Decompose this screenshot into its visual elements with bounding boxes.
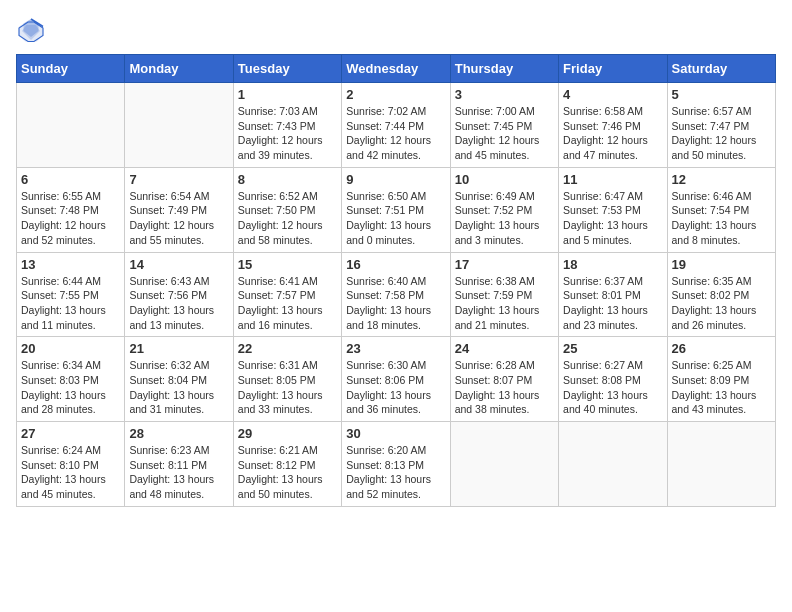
day-info: Sunrise: 6:55 AM Sunset: 7:48 PM Dayligh… [21,189,120,248]
calendar-cell: 21Sunrise: 6:32 AM Sunset: 8:04 PM Dayli… [125,337,233,422]
calendar-cell [17,83,125,168]
calendar-cell [450,422,558,507]
day-info: Sunrise: 6:57 AM Sunset: 7:47 PM Dayligh… [672,104,771,163]
day-number: 24 [455,341,554,356]
header-friday: Friday [559,55,667,83]
week-row-0: 1Sunrise: 7:03 AM Sunset: 7:43 PM Daylig… [17,83,776,168]
calendar-cell: 3Sunrise: 7:00 AM Sunset: 7:45 PM Daylig… [450,83,558,168]
day-info: Sunrise: 6:35 AM Sunset: 8:02 PM Dayligh… [672,274,771,333]
calendar-cell: 24Sunrise: 6:28 AM Sunset: 8:07 PM Dayli… [450,337,558,422]
logo-icon [16,16,46,46]
calendar-cell: 27Sunrise: 6:24 AM Sunset: 8:10 PM Dayli… [17,422,125,507]
calendar-cell: 9Sunrise: 6:50 AM Sunset: 7:51 PM Daylig… [342,167,450,252]
calendar-cell: 17Sunrise: 6:38 AM Sunset: 7:59 PM Dayli… [450,252,558,337]
calendar-cell: 25Sunrise: 6:27 AM Sunset: 8:08 PM Dayli… [559,337,667,422]
day-number: 3 [455,87,554,102]
day-info: Sunrise: 6:49 AM Sunset: 7:52 PM Dayligh… [455,189,554,248]
calendar-cell: 12Sunrise: 6:46 AM Sunset: 7:54 PM Dayli… [667,167,775,252]
day-number: 20 [21,341,120,356]
calendar-cell: 19Sunrise: 6:35 AM Sunset: 8:02 PM Dayli… [667,252,775,337]
day-info: Sunrise: 6:20 AM Sunset: 8:13 PM Dayligh… [346,443,445,502]
day-info: Sunrise: 6:28 AM Sunset: 8:07 PM Dayligh… [455,358,554,417]
day-info: Sunrise: 6:27 AM Sunset: 8:08 PM Dayligh… [563,358,662,417]
day-number: 17 [455,257,554,272]
day-number: 22 [238,341,337,356]
calendar-cell: 22Sunrise: 6:31 AM Sunset: 8:05 PM Dayli… [233,337,341,422]
day-info: Sunrise: 6:38 AM Sunset: 7:59 PM Dayligh… [455,274,554,333]
calendar-cell [125,83,233,168]
day-info: Sunrise: 6:31 AM Sunset: 8:05 PM Dayligh… [238,358,337,417]
week-row-1: 6Sunrise: 6:55 AM Sunset: 7:48 PM Daylig… [17,167,776,252]
day-info: Sunrise: 6:25 AM Sunset: 8:09 PM Dayligh… [672,358,771,417]
day-info: Sunrise: 6:44 AM Sunset: 7:55 PM Dayligh… [21,274,120,333]
day-number: 10 [455,172,554,187]
day-info: Sunrise: 6:21 AM Sunset: 8:12 PM Dayligh… [238,443,337,502]
day-number: 27 [21,426,120,441]
day-number: 12 [672,172,771,187]
day-number: 30 [346,426,445,441]
calendar-cell: 6Sunrise: 6:55 AM Sunset: 7:48 PM Daylig… [17,167,125,252]
day-info: Sunrise: 6:50 AM Sunset: 7:51 PM Dayligh… [346,189,445,248]
day-number: 14 [129,257,228,272]
header-saturday: Saturday [667,55,775,83]
day-number: 13 [21,257,120,272]
week-row-3: 20Sunrise: 6:34 AM Sunset: 8:03 PM Dayli… [17,337,776,422]
calendar-cell: 2Sunrise: 7:02 AM Sunset: 7:44 PM Daylig… [342,83,450,168]
logo [16,16,50,46]
calendar-cell: 30Sunrise: 6:20 AM Sunset: 8:13 PM Dayli… [342,422,450,507]
calendar-cell [667,422,775,507]
day-number: 15 [238,257,337,272]
day-number: 18 [563,257,662,272]
calendar-header-row: SundayMondayTuesdayWednesdayThursdayFrid… [17,55,776,83]
day-number: 29 [238,426,337,441]
day-number: 19 [672,257,771,272]
calendar-cell: 15Sunrise: 6:41 AM Sunset: 7:57 PM Dayli… [233,252,341,337]
day-info: Sunrise: 6:41 AM Sunset: 7:57 PM Dayligh… [238,274,337,333]
day-info: Sunrise: 7:03 AM Sunset: 7:43 PM Dayligh… [238,104,337,163]
header-tuesday: Tuesday [233,55,341,83]
day-number: 11 [563,172,662,187]
day-number: 7 [129,172,228,187]
day-number: 5 [672,87,771,102]
day-number: 21 [129,341,228,356]
header [16,16,776,46]
day-info: Sunrise: 6:54 AM Sunset: 7:49 PM Dayligh… [129,189,228,248]
week-row-2: 13Sunrise: 6:44 AM Sunset: 7:55 PM Dayli… [17,252,776,337]
calendar-cell: 8Sunrise: 6:52 AM Sunset: 7:50 PM Daylig… [233,167,341,252]
calendar-cell: 7Sunrise: 6:54 AM Sunset: 7:49 PM Daylig… [125,167,233,252]
day-number: 16 [346,257,445,272]
day-info: Sunrise: 6:58 AM Sunset: 7:46 PM Dayligh… [563,104,662,163]
day-info: Sunrise: 6:47 AM Sunset: 7:53 PM Dayligh… [563,189,662,248]
day-number: 9 [346,172,445,187]
calendar-cell: 4Sunrise: 6:58 AM Sunset: 7:46 PM Daylig… [559,83,667,168]
day-info: Sunrise: 6:43 AM Sunset: 7:56 PM Dayligh… [129,274,228,333]
calendar-cell: 26Sunrise: 6:25 AM Sunset: 8:09 PM Dayli… [667,337,775,422]
day-info: Sunrise: 6:30 AM Sunset: 8:06 PM Dayligh… [346,358,445,417]
day-number: 23 [346,341,445,356]
day-info: Sunrise: 6:34 AM Sunset: 8:03 PM Dayligh… [21,358,120,417]
header-wednesday: Wednesday [342,55,450,83]
day-number: 8 [238,172,337,187]
day-info: Sunrise: 6:40 AM Sunset: 7:58 PM Dayligh… [346,274,445,333]
calendar-cell: 20Sunrise: 6:34 AM Sunset: 8:03 PM Dayli… [17,337,125,422]
day-info: Sunrise: 7:00 AM Sunset: 7:45 PM Dayligh… [455,104,554,163]
calendar-cell: 16Sunrise: 6:40 AM Sunset: 7:58 PM Dayli… [342,252,450,337]
header-thursday: Thursday [450,55,558,83]
calendar-cell: 10Sunrise: 6:49 AM Sunset: 7:52 PM Dayli… [450,167,558,252]
calendar-cell [559,422,667,507]
day-number: 6 [21,172,120,187]
calendar-cell: 14Sunrise: 6:43 AM Sunset: 7:56 PM Dayli… [125,252,233,337]
day-info: Sunrise: 6:37 AM Sunset: 8:01 PM Dayligh… [563,274,662,333]
calendar-cell: 13Sunrise: 6:44 AM Sunset: 7:55 PM Dayli… [17,252,125,337]
day-info: Sunrise: 6:24 AM Sunset: 8:10 PM Dayligh… [21,443,120,502]
day-number: 26 [672,341,771,356]
calendar-cell: 5Sunrise: 6:57 AM Sunset: 7:47 PM Daylig… [667,83,775,168]
day-info: Sunrise: 6:46 AM Sunset: 7:54 PM Dayligh… [672,189,771,248]
calendar-cell: 11Sunrise: 6:47 AM Sunset: 7:53 PM Dayli… [559,167,667,252]
day-info: Sunrise: 6:52 AM Sunset: 7:50 PM Dayligh… [238,189,337,248]
day-info: Sunrise: 7:02 AM Sunset: 7:44 PM Dayligh… [346,104,445,163]
calendar-table: SundayMondayTuesdayWednesdayThursdayFrid… [16,54,776,507]
calendar-cell: 28Sunrise: 6:23 AM Sunset: 8:11 PM Dayli… [125,422,233,507]
calendar-cell: 23Sunrise: 6:30 AM Sunset: 8:06 PM Dayli… [342,337,450,422]
day-number: 1 [238,87,337,102]
